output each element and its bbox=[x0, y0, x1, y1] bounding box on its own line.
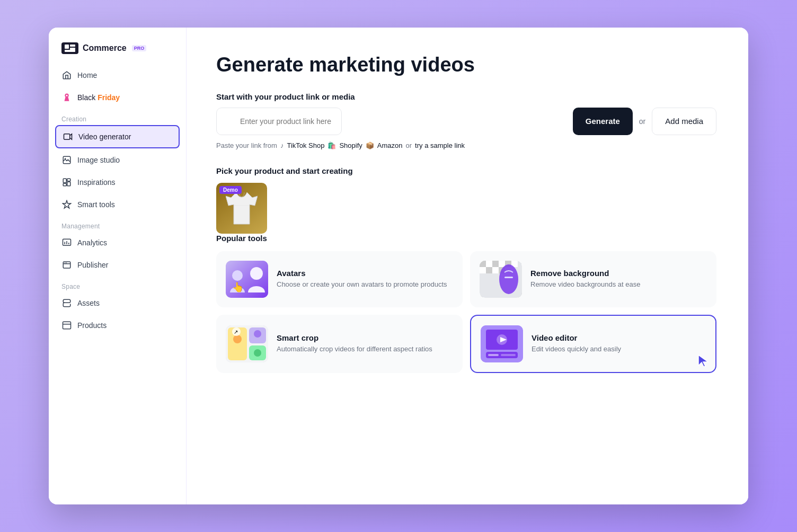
videoeditor-name: Video editor bbox=[532, 333, 706, 342]
paste-hint: Paste your link from ♪ TikTok Shop 🛍️ Sh… bbox=[216, 141, 716, 149]
pick-section-title: Pick your product and start creating bbox=[216, 166, 716, 175]
tool-card-smart-crop[interactable]: ↗ Smart crop Automatically crop videos f… bbox=[216, 315, 463, 373]
svg-rect-50 bbox=[501, 354, 516, 356]
product-link-wrapper: 🔗 bbox=[216, 108, 566, 135]
svg-point-33 bbox=[499, 264, 518, 294]
section-creation-label: Creation bbox=[55, 109, 180, 125]
sidebar-item-analytics-label: Analytics bbox=[77, 238, 107, 247]
amazon-icon: 📦 bbox=[366, 141, 374, 149]
sidebar-item-publisher[interactable]: Publisher bbox=[55, 254, 180, 276]
shopify-link[interactable]: Shopify bbox=[339, 141, 362, 149]
svg-point-14 bbox=[65, 262, 66, 263]
or-label: or bbox=[639, 117, 645, 126]
section-space-label: Space bbox=[55, 277, 180, 292]
svg-rect-1 bbox=[70, 45, 75, 47]
videoeditor-illustration bbox=[481, 325, 523, 362]
removebg-desc: Remove video backgrounds at ease bbox=[530, 280, 707, 289]
section-management-label: Management bbox=[55, 216, 180, 232]
sidebar-item-black-friday[interactable]: Black Friday bbox=[55, 87, 180, 108]
avatars-illustration: 👆 bbox=[226, 261, 268, 298]
sidebar-item-smart-tools[interactable]: Smart tools bbox=[55, 194, 180, 215]
svg-rect-10 bbox=[67, 182, 70, 186]
sidebar-item-products[interactable]: Products bbox=[55, 315, 180, 336]
add-media-button[interactable]: Add media bbox=[652, 108, 716, 135]
sidebar-item-image-studio[interactable]: Image studio bbox=[55, 149, 180, 171]
avatars-thumb: 👆 bbox=[226, 261, 268, 298]
product-card[interactable]: Demo bbox=[216, 183, 267, 234]
avatars-desc: Choose or create your own avatars to pro… bbox=[277, 280, 453, 289]
product-link-input[interactable] bbox=[216, 108, 342, 135]
svg-rect-8 bbox=[63, 179, 66, 183]
sidebar-item-home-label: Home bbox=[77, 71, 97, 79]
publisher-icon bbox=[61, 260, 72, 270]
svg-text:↗: ↗ bbox=[234, 329, 238, 335]
black-friday-icon bbox=[61, 92, 72, 103]
sidebar-item-inspirations[interactable]: Inspirations bbox=[55, 172, 180, 193]
logo-text: Commerce bbox=[83, 43, 127, 53]
sidebar-item-home[interactable]: Home bbox=[55, 65, 180, 86]
svg-point-40 bbox=[254, 330, 261, 338]
svg-point-15 bbox=[66, 262, 67, 263]
inspirations-icon bbox=[61, 177, 72, 188]
demo-badge: Demo bbox=[219, 186, 242, 194]
sidebar-item-products-label: Products bbox=[77, 321, 107, 330]
svg-text:👆: 👆 bbox=[232, 281, 244, 293]
page-title: Generate marketing videos bbox=[216, 53, 716, 77]
sidebar-nav: Home Black Friday Creation bbox=[49, 65, 186, 494]
svg-rect-0 bbox=[65, 45, 69, 49]
svg-rect-29 bbox=[480, 267, 486, 273]
removebg-thumb bbox=[480, 261, 522, 298]
sidebar-item-video-generator-label: Video generator bbox=[78, 132, 131, 141]
smartcrop-illustration: ↗ bbox=[226, 325, 268, 362]
removebg-name: Remove background bbox=[530, 269, 707, 278]
videoeditor-thumb bbox=[481, 325, 523, 362]
svg-rect-49 bbox=[488, 354, 499, 356]
video-generator-icon bbox=[63, 131, 73, 142]
sidebar-item-inspirations-label: Inspirations bbox=[77, 178, 116, 187]
tiktok-link[interactable]: TikTok Shop bbox=[287, 141, 324, 149]
svg-rect-34 bbox=[504, 277, 513, 278]
amazon-link[interactable]: Amazon bbox=[377, 141, 403, 149]
removebg-illustration bbox=[480, 261, 522, 298]
svg-point-41 bbox=[254, 349, 261, 357]
tools-grid: 👆 Avatars Choose or create your own avat… bbox=[216, 251, 716, 373]
svg-point-4 bbox=[66, 95, 68, 96]
or-hint-text: or bbox=[406, 141, 412, 149]
svg-rect-26 bbox=[499, 261, 505, 267]
input-row: 🔗 Generate or Add media bbox=[216, 108, 716, 135]
smart-tools-icon bbox=[61, 199, 72, 210]
sidebar-item-video-generator[interactable]: Video generator bbox=[55, 125, 180, 148]
tool-card-remove-bg[interactable]: Remove background Remove video backgroun… bbox=[470, 251, 716, 307]
products-icon bbox=[61, 320, 72, 331]
smartcrop-thumb: ↗ bbox=[226, 325, 268, 362]
input-section-label: Start with your product link or media bbox=[216, 92, 716, 101]
app-window: Commerce PRO Home bbox=[49, 28, 748, 504]
popular-tools-title: Popular tools bbox=[216, 234, 716, 243]
cursor-arrow-icon bbox=[697, 354, 712, 369]
sidebar-item-analytics[interactable]: Analytics bbox=[55, 232, 180, 253]
main-content: Generate marketing videos Start with you… bbox=[187, 28, 748, 504]
paste-hint-text: Paste your link from bbox=[216, 141, 277, 149]
svg-rect-5 bbox=[64, 134, 70, 140]
tool-card-video-editor[interactable]: Video editor Edit videos quickly and eas… bbox=[470, 315, 716, 373]
shopify-icon: 🛍️ bbox=[327, 141, 336, 149]
image-studio-icon bbox=[61, 155, 72, 165]
videoeditor-desc: Edit videos quickly and easily bbox=[532, 344, 706, 354]
svg-point-20 bbox=[250, 267, 263, 280]
sample-link[interactable]: try a sample link bbox=[415, 141, 465, 149]
svg-rect-11 bbox=[63, 183, 66, 186]
svg-rect-31 bbox=[492, 267, 499, 273]
generate-button[interactable]: Generate bbox=[573, 108, 633, 135]
tool-card-avatars[interactable]: 👆 Avatars Choose or create your own avat… bbox=[216, 251, 463, 307]
product-shirt-svg bbox=[226, 190, 258, 227]
sidebar-item-smart-tools-label: Smart tools bbox=[77, 200, 115, 209]
smartcrop-name: Smart crop bbox=[277, 333, 453, 342]
sidebar: Commerce PRO Home bbox=[49, 28, 187, 504]
analytics-icon bbox=[61, 237, 72, 248]
avatars-name: Avatars bbox=[277, 269, 453, 278]
sidebar-item-assets[interactable]: Assets bbox=[55, 292, 180, 314]
smartcrop-info: Smart crop Automatically crop videos for… bbox=[277, 333, 453, 354]
tiktok-icon: ♪ bbox=[280, 141, 284, 149]
assets-icon bbox=[61, 298, 72, 308]
smartcrop-desc: Automatically crop videos for different … bbox=[277, 344, 453, 354]
